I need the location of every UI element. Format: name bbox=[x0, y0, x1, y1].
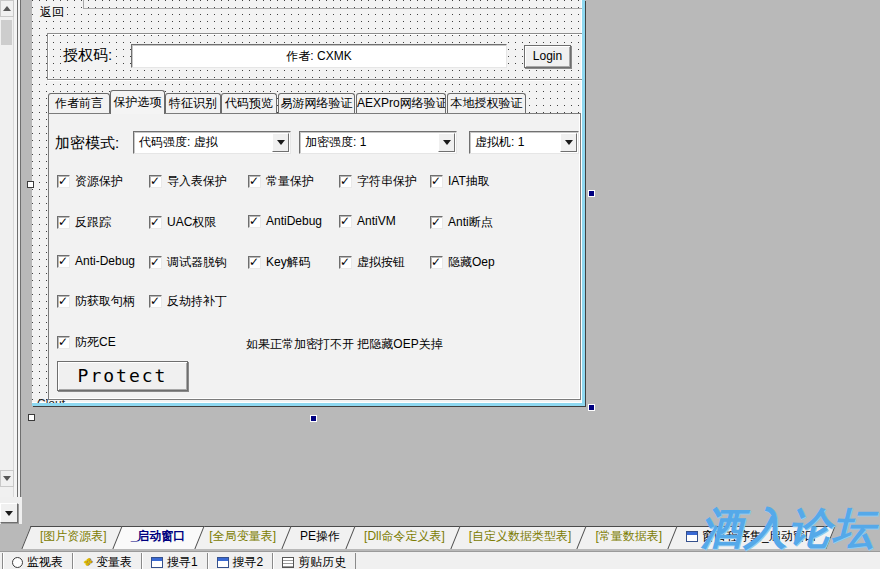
wtab-constant-data-table[interactable]: [常量数据表] bbox=[581, 526, 676, 549]
checkbox-anti-debug2[interactable]: Anti-Debug bbox=[57, 254, 135, 268]
dock-item-search1[interactable]: 搜寻1 bbox=[141, 553, 207, 569]
vm-combobox[interactable]: 虚拟机: 1 bbox=[469, 131, 579, 154]
checkbox-iat-extract[interactable]: IAT抽取 bbox=[430, 173, 490, 190]
checkmark-icon bbox=[57, 295, 70, 308]
checkmark-icon bbox=[149, 175, 162, 188]
tab-author-preface[interactable]: 作者前言 bbox=[48, 93, 110, 113]
checkmark-icon bbox=[57, 175, 70, 188]
dropdown-arrow-icon bbox=[5, 511, 13, 516]
back-label[interactable]: 返回 bbox=[38, 4, 66, 21]
protect-button[interactable]: Protect bbox=[57, 361, 188, 391]
checkbox-key-decode[interactable]: Key解码 bbox=[248, 254, 311, 271]
dock-item-search2[interactable]: 搜寻2 bbox=[207, 553, 273, 569]
code-strength-value: 代码强度: 虚拟 bbox=[139, 135, 218, 149]
encrypt-strength-combobox[interactable]: 加密强度: 1 bbox=[299, 131, 457, 154]
protect-options-panel: 加密模式: 代码强度: 虚拟 加密强度: 1 虚拟机: 1 资源保护 导入表保护… bbox=[48, 113, 581, 400]
encrypt-strength-value: 加密强度: 1 bbox=[305, 135, 366, 149]
checkmark-icon bbox=[57, 255, 70, 268]
history-icon bbox=[282, 557, 294, 568]
checkbox-anti-trace[interactable]: 反跟踪 bbox=[57, 214, 111, 231]
wtab-dll-command-table[interactable]: [Dll命令定义表] bbox=[350, 526, 459, 549]
auth-code-label: 授权码: bbox=[61, 46, 114, 65]
variable-icon: ❖ bbox=[82, 556, 92, 569]
checkbox-hide-oep[interactable]: 隐藏Oep bbox=[430, 254, 495, 271]
checkmark-icon bbox=[149, 256, 162, 269]
dock-item-variable-table[interactable]: ❖变量表 bbox=[72, 553, 141, 569]
checkmark-icon bbox=[149, 216, 162, 229]
search2-icon bbox=[217, 557, 229, 568]
up-arrow-icon bbox=[3, 6, 11, 11]
wtab-global-variable-table[interactable]: [全局变量表] bbox=[195, 526, 290, 549]
selection-handle-right[interactable] bbox=[588, 190, 595, 197]
checkbox-virtual-button[interactable]: 虚拟按钮 bbox=[339, 254, 405, 271]
checkbox-antivm[interactable]: AntiVM bbox=[339, 214, 396, 228]
selection-handle-bottom[interactable] bbox=[310, 415, 317, 422]
checkbox-string-protection[interactable]: 字符串保护 bbox=[339, 173, 417, 190]
form-top-line bbox=[84, 8, 583, 9]
watch-icon bbox=[12, 557, 23, 568]
dropdown-arrow-icon[interactable] bbox=[438, 133, 455, 152]
dropdown-arrow-icon[interactable] bbox=[272, 133, 289, 152]
checkbox-import-table-protection[interactable]: 导入表保护 bbox=[149, 173, 227, 190]
clipped-combobox-button[interactable] bbox=[0, 503, 18, 523]
left-vertical-scrollbar[interactable] bbox=[0, 0, 14, 497]
tab-eyou-network-verify[interactable]: 易游网络验证 bbox=[278, 93, 355, 113]
auth-code-input[interactable]: 作者: CXMK bbox=[131, 44, 507, 68]
checkbox-resource-protection[interactable]: 资源保护 bbox=[57, 173, 123, 190]
dock-tabbar: 监视表 ❖变量表 搜寻1 搜寻2 剪贴历史 bbox=[2, 553, 356, 569]
checkmark-icon bbox=[57, 336, 70, 349]
encrypt-mode-label: 加密模式: bbox=[55, 134, 119, 153]
dropdown-arrow-icon[interactable] bbox=[560, 133, 577, 152]
checkbox-constant-protection[interactable]: 常量保护 bbox=[248, 173, 314, 190]
scroll-up-button[interactable] bbox=[0, 0, 14, 17]
form-designer-canvas[interactable]: 返回 授权码: 作者: CXMK Login 作者前言 保护选项 特征识别 代码… bbox=[32, 0, 585, 406]
checkmark-icon bbox=[248, 215, 261, 228]
checkbox-anti-hijack-patch[interactable]: 反劫持补丁 bbox=[149, 293, 227, 310]
login-button[interactable]: Login bbox=[524, 45, 571, 68]
code-strength-combobox[interactable]: 代码强度: 虚拟 bbox=[133, 131, 291, 154]
checkbox-uac-permission[interactable]: UAC权限 bbox=[149, 214, 216, 231]
ide-workspace: 返回 授权码: 作者: CXMK Login 作者前言 保护选项 特征识别 代码… bbox=[0, 0, 880, 569]
checkmark-icon bbox=[149, 295, 162, 308]
down-arrow-icon bbox=[3, 476, 11, 481]
tab-aexpro-network-verify[interactable]: AEXPro网络验证 bbox=[356, 93, 446, 113]
auth-groupbox: 授权码: 作者: CXMK Login bbox=[47, 33, 583, 80]
tab-signature-detect[interactable]: 特征识别 bbox=[165, 93, 221, 113]
selection-handle-bottom-left[interactable] bbox=[28, 414, 35, 421]
window-icon bbox=[686, 531, 698, 542]
wtab-custom-datatype-table[interactable]: [自定义数据类型表] bbox=[455, 526, 586, 549]
oep-hint-text: 如果正常加密打不开 把隐藏OEP关掉 bbox=[246, 336, 443, 353]
forum-watermark: 酒入论坛 bbox=[700, 500, 876, 558]
tab-local-auth-verify[interactable]: 本地授权验证 bbox=[447, 93, 526, 113]
checkmark-icon bbox=[430, 216, 443, 229]
panel-splitter-line2 bbox=[20, 0, 21, 524]
scrollbar-thumb[interactable] bbox=[1, 20, 12, 45]
checkmark-icon bbox=[430, 256, 443, 269]
checkmark-icon bbox=[339, 256, 352, 269]
checkmark-icon bbox=[339, 175, 352, 188]
checkmark-icon bbox=[248, 175, 261, 188]
selection-handle-bottom-right[interactable] bbox=[588, 404, 595, 411]
dock-item-clip-history[interactable]: 剪贴历史 bbox=[272, 553, 356, 569]
checkbox-anti-ce[interactable]: 防死CE bbox=[57, 334, 116, 351]
checkbox-debugger-unhook[interactable]: 调试器脱钩 bbox=[149, 254, 227, 271]
tab-code-preview[interactable]: 代码预览 bbox=[221, 93, 277, 113]
scroll-down-button[interactable] bbox=[0, 470, 14, 487]
dock-item-watch-table[interactable]: 监视表 bbox=[2, 553, 72, 569]
checkmark-icon bbox=[248, 256, 261, 269]
checkmark-icon bbox=[57, 216, 70, 229]
checkbox-anti-breakpoint[interactable]: Anti断点 bbox=[430, 214, 493, 231]
wtab-pe-operation[interactable]: PE操作 bbox=[286, 526, 354, 549]
checkbox-anti-get-handle[interactable]: 防获取句柄 bbox=[57, 293, 135, 310]
search1-icon bbox=[151, 557, 163, 568]
checkbox-antidebug[interactable]: AntiDebug bbox=[248, 214, 322, 228]
wtab-startup-window[interactable]: _启动窗口 bbox=[117, 526, 200, 549]
selection-handle-left[interactable] bbox=[27, 181, 34, 188]
checkmark-icon bbox=[339, 215, 352, 228]
vm-value: 虚拟机: 1 bbox=[475, 135, 524, 149]
tab-protect-options[interactable]: 保护选项 bbox=[110, 90, 165, 114]
checkmark-icon bbox=[430, 175, 443, 188]
wtab-image-resource-table[interactable]: [图片资源表] bbox=[26, 526, 121, 549]
